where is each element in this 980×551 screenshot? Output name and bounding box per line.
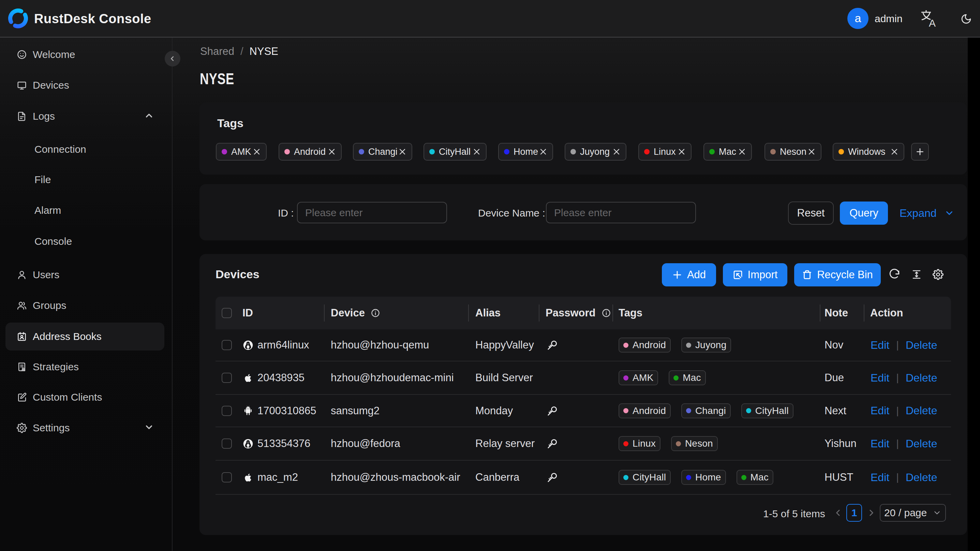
svg-text:A: A xyxy=(929,18,935,28)
